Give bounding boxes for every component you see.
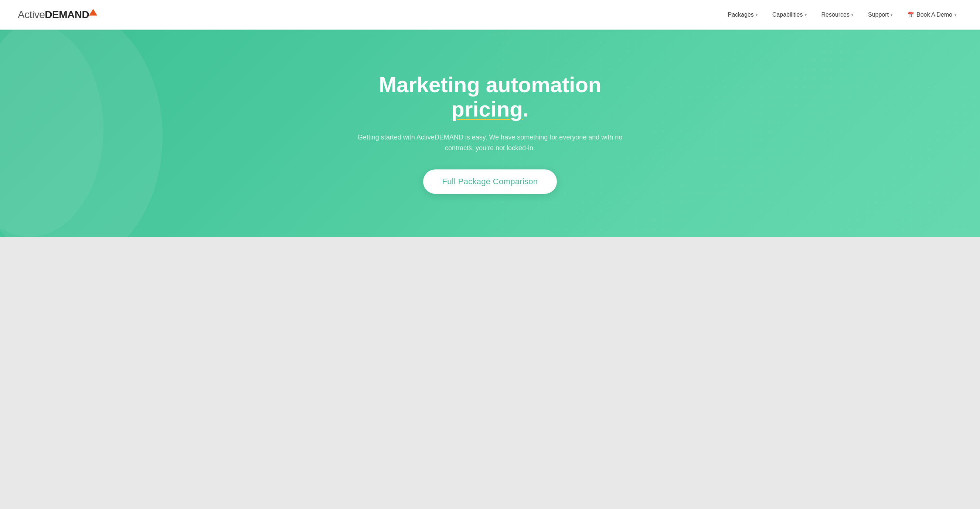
bottom-section	[0, 237, 980, 355]
hero-arc-decoration-left	[0, 30, 162, 237]
logo-arrow-icon	[89, 12, 96, 18]
hero-arc-decoration-inner	[0, 30, 103, 237]
hero-content: Marketing automation pricing. Getting st…	[342, 50, 638, 216]
nav-links: Packages ▾ Capabilities ▾ Resources ▾ Su…	[722, 8, 962, 21]
nav-item-support[interactable]: Support ▾	[862, 8, 898, 21]
navbar: ActiveDEMAND Packages ▾ Capabilities ▾ R…	[0, 0, 980, 30]
nav-item-resources[interactable]: Resources ▾	[816, 8, 859, 21]
nav-item-packages[interactable]: Packages ▾	[722, 8, 764, 21]
hero-title-highlight: pricing	[451, 97, 522, 121]
logo-active-text: Active	[18, 9, 45, 20]
hero-title-text: Marketing automation	[379, 72, 601, 97]
chevron-down-icon: ▾	[756, 13, 757, 17]
hero-title: Marketing automation pricing.	[351, 72, 629, 122]
hero-title-period: .	[523, 97, 529, 121]
full-package-comparison-button[interactable]: Full Package Comparison	[423, 169, 557, 194]
hero-section: Marketing automation pricing. Getting st…	[0, 30, 980, 237]
chevron-down-icon: ▾	[805, 13, 807, 17]
nav-item-capabilities[interactable]: Capabilities ▾	[767, 8, 813, 21]
calendar-icon: 📅	[907, 11, 914, 18]
chevron-down-icon: ▾	[851, 13, 853, 17]
logo-demand-text: DEMAND	[45, 9, 89, 20]
svg-marker-0	[89, 9, 97, 16]
book-demo-button[interactable]: 📅 Book A Demo ▾	[901, 8, 962, 21]
chevron-down-icon: ▾	[955, 13, 956, 17]
hero-subtitle: Getting started with ActiveDEMAND is eas…	[351, 132, 629, 153]
chevron-down-icon: ▾	[891, 13, 892, 17]
logo[interactable]: ActiveDEMAND	[18, 10, 96, 20]
